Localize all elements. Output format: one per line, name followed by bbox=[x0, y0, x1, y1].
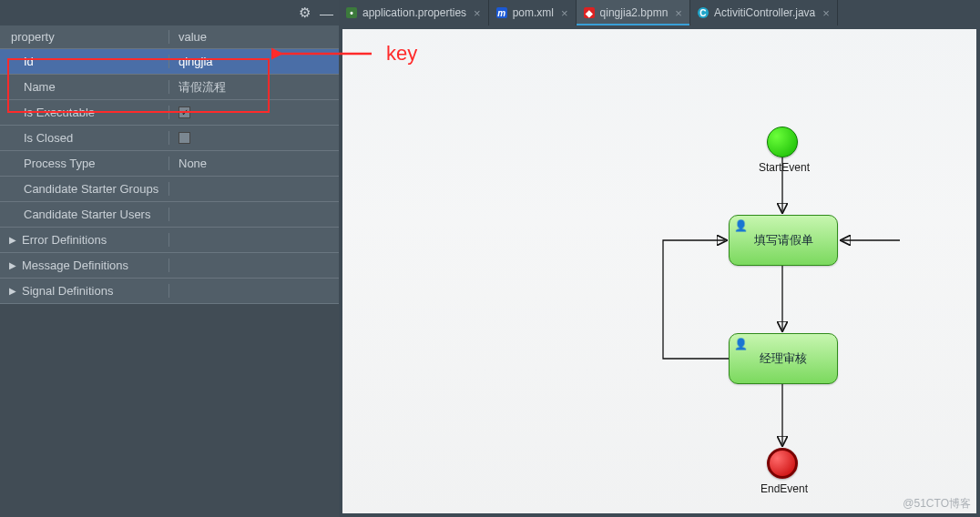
prop-row-candidate-users[interactable]: Candidate Starter Users bbox=[0, 202, 339, 228]
prop-name: Id bbox=[0, 55, 169, 68]
exp-signal-definitions[interactable]: ▶Signal Definitions bbox=[0, 279, 339, 304]
prop-value[interactable]: None bbox=[169, 157, 339, 170]
close-icon[interactable]: × bbox=[673, 6, 682, 20]
chevron-right-icon: ▶ bbox=[9, 235, 18, 245]
gear-icon[interactable]: ⚙ bbox=[299, 5, 311, 21]
annotation-arrow bbox=[271, 40, 381, 67]
user-icon: 👤 bbox=[734, 219, 747, 232]
tab-application-properties[interactable]: • application.properties × bbox=[339, 0, 489, 25]
minimize-icon[interactable]: — bbox=[320, 5, 333, 21]
prop-name: Process Type bbox=[0, 157, 169, 170]
prop-row-is-executable[interactable]: Is Executable ✓ bbox=[0, 100, 339, 126]
tab-label: qingjia2.bpmn bbox=[600, 6, 669, 19]
sequence-flows bbox=[342, 29, 976, 513]
task-label: 填写请假单 bbox=[754, 232, 813, 248]
panel-toolbar: ⚙ — bbox=[0, 0, 339, 25]
start-event-label: StartEvent bbox=[743, 161, 825, 174]
end-event-node[interactable] bbox=[767, 448, 798, 479]
panel-empty-space bbox=[0, 304, 339, 517]
bpmn-canvas[interactable]: StartEvent 👤 填写请假单 👤 经理审核 EndEvent bbox=[342, 29, 976, 513]
end-event-label: EndEvent bbox=[743, 482, 825, 495]
properties-panel: ⚙ — property value Id qingjia Name 请假流程 … bbox=[0, 0, 339, 517]
user-icon: 👤 bbox=[734, 338, 747, 350]
tab-qingjia2-bpmn[interactable]: ◆ qingjia2.bpmn × bbox=[577, 0, 690, 25]
prop-value[interactable]: 请假流程 bbox=[169, 79, 339, 96]
tab-pom-xml[interactable]: m pom.xml × bbox=[489, 0, 577, 25]
tab-activiti-controller[interactable]: C ActivitiController.java × bbox=[690, 0, 838, 25]
maven-file-icon: m bbox=[496, 7, 507, 18]
java-file-icon: C bbox=[698, 7, 709, 18]
properties-file-icon: • bbox=[346, 7, 357, 18]
user-task-fill-form[interactable]: 👤 填写请假单 bbox=[729, 215, 838, 266]
tab-label: application.properties bbox=[362, 6, 466, 19]
chevron-right-icon: ▶ bbox=[9, 260, 18, 270]
exp-label: Message Definitions bbox=[22, 258, 128, 272]
editor-area: • application.properties × m pom.xml × ◆… bbox=[339, 0, 980, 517]
prop-name: Is Closed bbox=[0, 131, 169, 145]
close-icon[interactable]: × bbox=[559, 6, 568, 20]
exp-error-definitions[interactable]: ▶Error Definitions bbox=[0, 228, 339, 253]
prop-row-candidate-groups[interactable]: Candidate Starter Groups bbox=[0, 177, 339, 202]
watermark-text: @51CTO博客 bbox=[903, 496, 971, 512]
task-label: 经理审核 bbox=[760, 350, 807, 367]
prop-name: Is Executable bbox=[0, 106, 169, 119]
exp-label: Signal Definitions bbox=[22, 284, 113, 298]
user-task-manager-review[interactable]: 👤 经理审核 bbox=[729, 333, 838, 384]
prop-row-process-type[interactable]: Process Type None bbox=[0, 151, 339, 177]
close-icon[interactable]: × bbox=[821, 6, 830, 20]
prop-name: Candidate Starter Groups bbox=[0, 182, 169, 196]
close-icon[interactable]: × bbox=[472, 6, 481, 20]
checkbox-icon[interactable] bbox=[179, 132, 190, 144]
editor-tabs: • application.properties × m pom.xml × ◆… bbox=[339, 0, 980, 25]
prop-name: Name bbox=[0, 80, 169, 94]
tab-label: pom.xml bbox=[513, 6, 554, 19]
prop-row-is-closed[interactable]: Is Closed bbox=[0, 126, 339, 151]
exp-message-definitions[interactable]: ▶Message Definitions bbox=[0, 253, 339, 279]
start-event-node[interactable] bbox=[767, 127, 798, 157]
prop-name: Candidate Starter Users bbox=[0, 208, 169, 221]
exp-label: Error Definitions bbox=[22, 233, 107, 247]
bpmn-file-icon: ◆ bbox=[584, 7, 595, 18]
checkbox-icon[interactable]: ✓ bbox=[179, 106, 190, 118]
prop-row-name[interactable]: Name 请假流程 bbox=[0, 75, 339, 100]
chevron-right-icon: ▶ bbox=[9, 286, 18, 296]
tab-label: ActivitiController.java bbox=[714, 6, 815, 19]
annotation-key-label: key bbox=[386, 42, 417, 66]
header-property: property bbox=[0, 30, 169, 44]
